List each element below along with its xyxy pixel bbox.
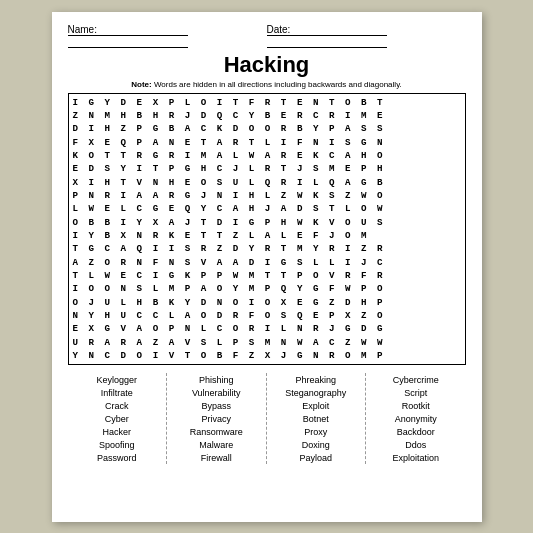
word-item: Ddos [405,438,426,451]
date-line [267,36,387,48]
date-field: Date: [267,24,466,48]
word-item: Privacy [201,412,231,425]
word-item: Bypass [201,399,231,412]
word-column-3: CybercrimeScriptRootkitAnonymityBackdoor… [366,373,466,464]
note-text: Note: Words are hidden in all directions… [68,80,466,89]
grid-row: E D S Y I T P G H C J L R T J S M E P H [73,162,461,175]
word-item: Phishing [199,373,234,386]
grid-row: O B B I Y X A J T D I G P H W K V O U S [73,216,461,229]
word-column-2: PhreakingSteganographyExploitBotnetProxy… [267,373,367,464]
word-item: Infiltrate [101,386,133,399]
name-line [68,36,188,48]
word-list: KeyloggerInfiltrateCrackCyberHackerSpoof… [68,373,466,464]
word-item: Keylogger [96,373,137,386]
word-item: Password [97,451,137,464]
word-item: Exploit [302,399,329,412]
word-item: Firewall [201,451,232,464]
worksheet-page: Name: Date: Hacking Note: Words are hidd… [52,12,482,522]
grid-row: I O O N S L M P A O Y M P Q Y G F W P O [73,282,461,295]
grid-row: T L W E C I G K P P W M T T P O V R F R [73,269,461,282]
word-item: Botnet [303,412,329,425]
word-item: Proxy [304,425,327,438]
wordsearch-wrapper: I G Y D E X P L O I T F R T E N T O B TZ… [68,93,466,366]
word-item: Payload [299,451,332,464]
name-date-row: Name: Date: [68,24,466,48]
grid-row: P N R I A A R G J N I H L Z W K S Z W O [73,189,461,202]
grid-row: O J U L H B K Y D N O I O X E G Z D H P [73,296,461,309]
grid-row: I G Y D E X P L O I T F R T E N T O B T [73,96,461,109]
word-item: Rootkit [402,399,430,412]
word-item: Spoofing [99,438,135,451]
word-item: Script [404,386,427,399]
grid-row: L W E L C G E Q Y C A H J A D S T L O W [73,202,461,215]
word-item: Backdoor [397,425,435,438]
grid-row: Z N M H B H R J D Q C Y B E R C R I M E [73,109,461,122]
grid-row: I Y B X N R K E T T Z L A L E F J O M [73,229,461,242]
grid-row: T G C A Q I I S R Z D Y R T M Y R I Z R [73,242,461,255]
word-column-1: PhishingVulnerabilityBypassPrivacyRansom… [167,373,267,464]
word-item: Phreaking [295,373,336,386]
grid-row: D I H Z P G B A C K D O O R B Y P A S S [73,122,461,135]
grid-row: A Z O R N F N S V A A D I G S L L I J C [73,256,461,269]
note-bold: Note: [131,80,151,89]
word-item: Cybercrime [393,373,439,386]
grid-row: X I H T V N H E O S U L Q R I L Q A G B [73,176,461,189]
word-item: Malware [199,438,233,451]
grid-row: E X G V A O P N L C O R I L N R J G D G [73,322,461,335]
word-column-0: KeyloggerInfiltrateCrackCyberHackerSpoof… [68,373,168,464]
note-content: Words are hidden in all directions inclu… [154,80,402,89]
grid-row: K O T T R G R I M A L W A R E K C A H O [73,149,461,162]
page-title: Hacking [68,52,466,78]
word-item: Hacker [102,425,131,438]
word-item: Cyber [105,412,129,425]
name-label: Name: [68,24,188,36]
word-item: Vulnerability [192,386,241,399]
word-item: Doxing [302,438,330,451]
word-item: Anonymity [395,412,437,425]
word-item: Steganography [285,386,346,399]
grid-row: N Y H U C C L A O D R F O S Q E P X Z O [73,309,461,322]
grid-row: F X E Q P A N E T A R T L I F N I S G N [73,136,461,149]
grid-row: U R A R A Z A V S L P S M N W A C Z W W [73,336,461,349]
date-label: Date: [267,24,387,36]
word-item: Ransomware [190,425,243,438]
word-item: Exploitation [392,451,439,464]
wordsearch-grid: I G Y D E X P L O I T F R T E N T O B TZ… [73,96,461,363]
name-field: Name: [68,24,267,48]
grid-row: Y N C D O I V T O B F Z X J G N R O M P [73,349,461,362]
word-item: Crack [105,399,129,412]
